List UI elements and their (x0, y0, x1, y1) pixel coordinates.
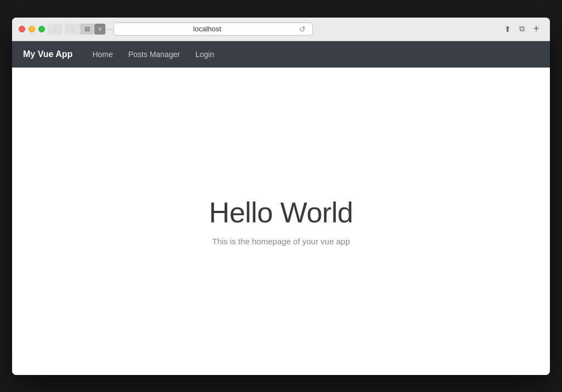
forward-button[interactable]: › (65, 24, 80, 35)
nav-link-login[interactable]: Login (189, 47, 221, 62)
url-text: localhost (120, 25, 295, 33)
app-main: Hello World This is the homepage of your… (12, 68, 550, 375)
duplicate-icon: ⧉ (519, 24, 525, 33)
tab-favicon: V (94, 24, 105, 35)
back-button[interactable]: ‹ (47, 24, 63, 35)
address-bar[interactable]: localhost ↺ (114, 23, 313, 36)
add-tab-icon: + (533, 23, 539, 35)
add-tab-button[interactable]: + (529, 22, 543, 36)
traffic-lights (19, 26, 45, 32)
sidebar-button[interactable]: ▤ (80, 24, 94, 35)
nav-link-posts-manager[interactable]: Posts Manager (122, 47, 187, 62)
duplicate-button[interactable]: ⧉ (515, 22, 529, 36)
sidebar-icon: ▤ (85, 25, 90, 32)
nav-buttons: ‹ › (47, 24, 80, 35)
refresh-button[interactable]: ↺ (298, 25, 307, 33)
browser-window: ‹ › ▤ V ··· localhost ↺ ⬆ ⧉ + (12, 18, 550, 375)
nav-link-home[interactable]: Home (86, 47, 119, 62)
page-heading: Hello World (209, 196, 353, 229)
app-navbar: My Vue App Home Posts Manager Login (12, 41, 550, 68)
minimize-button[interactable] (29, 26, 35, 32)
refresh-icon: ↺ (299, 25, 306, 33)
back-icon: ‹ (54, 26, 56, 32)
page-subtext: This is the homepage of your vue app (212, 237, 350, 246)
forward-icon: › (71, 26, 74, 32)
tab-menu[interactable]: ··· (105, 25, 114, 33)
app-nav-links: Home Posts Manager Login (86, 47, 221, 62)
share-button[interactable]: ⬆ (501, 22, 515, 36)
maximize-button[interactable] (38, 26, 45, 32)
share-icon: ⬆ (504, 25, 511, 33)
app-brand[interactable]: My Vue App (23, 49, 72, 59)
browser-titlebar: ‹ › ▤ V ··· localhost ↺ ⬆ ⧉ + (12, 18, 550, 41)
close-button[interactable] (19, 26, 25, 32)
